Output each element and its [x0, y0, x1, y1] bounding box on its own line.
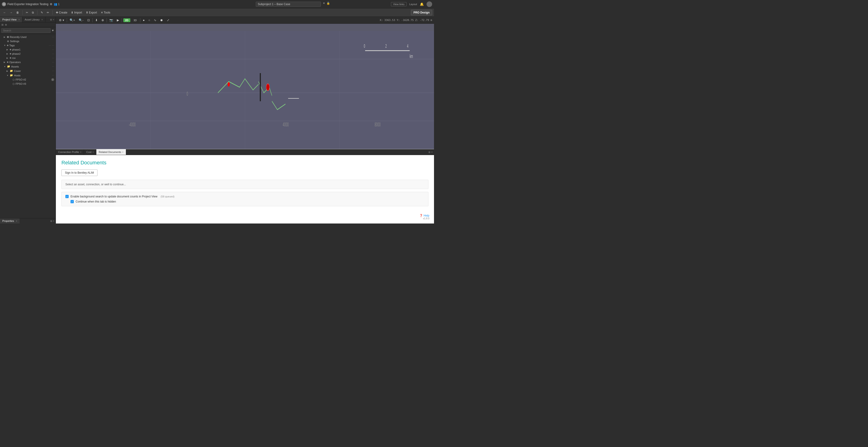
- tab-cost[interactable]: Cost ×: [84, 149, 96, 155]
- tab-related-documents-close[interactable]: ×: [122, 151, 124, 153]
- forward-button[interactable]: →: [8, 10, 14, 15]
- pro-design-button[interactable]: PRO Design: [411, 10, 432, 16]
- rov-more[interactable]: ⋯: [52, 57, 54, 59]
- vp-circle-outline-button[interactable]: ○: [147, 18, 152, 23]
- tree-item-hosts[interactable]: ▼ 📁 Hosts ⋯: [0, 73, 56, 78]
- tools-button[interactable]: ✕ Tools: [99, 10, 112, 15]
- vp-circle-button[interactable]: ●: [142, 18, 146, 23]
- toolbar-divider-3: [52, 10, 53, 15]
- options-box: Enable background search to update docum…: [61, 192, 428, 206]
- svg-text:4000: 4000: [283, 122, 289, 128]
- tab-project-view-close[interactable]: ×: [19, 19, 20, 21]
- tools-icon[interactable]: ✕: [323, 2, 325, 7]
- prop-icon-2[interactable]: ×: [53, 220, 54, 222]
- tab-connection-profile-close[interactable]: ×: [80, 151, 82, 153]
- vp-wave-button[interactable]: ∿: [153, 18, 158, 23]
- vp-expand-button[interactable]: ⤢: [166, 18, 170, 23]
- assets-more[interactable]: ⋯: [52, 65, 54, 68]
- vp-camera-button[interactable]: 📷: [108, 18, 114, 23]
- tree-item-fpso2[interactable]: ⬡ FPSO #2 2: [0, 78, 56, 82]
- settings-icon[interactable]: ⚙: [50, 3, 52, 6]
- tab-related-documents[interactable]: Related Documents ×: [96, 149, 126, 155]
- layout-button[interactable]: Layout: [409, 3, 417, 6]
- tags-expand-icon[interactable]: ⋯: [49, 44, 51, 47]
- copy-button[interactable]: ⧉: [30, 10, 35, 15]
- team-icon[interactable]: 👥 1: [54, 3, 60, 6]
- hosts-label: Hosts: [14, 74, 21, 77]
- import-button[interactable]: ⬇ Import: [69, 10, 83, 15]
- vp-zoom-out-button[interactable]: 🔍-: [78, 18, 85, 23]
- icon-b[interactable]: ⊕: [5, 23, 7, 26]
- tree-item-cover[interactable]: ▶ 📁 Cover ⋯: [0, 69, 56, 73]
- tree-item-fpso3[interactable]: ⬡ FPSO #3: [0, 82, 56, 86]
- vp-fit-button[interactable]: ⊡: [86, 18, 91, 23]
- delete-button[interactable]: 🗑: [15, 10, 21, 15]
- bottom-close-icon[interactable]: ×: [431, 151, 433, 153]
- vp-zoom-in-button[interactable]: 🔍+: [68, 18, 76, 23]
- lock-icon[interactable]: 🔒: [327, 2, 330, 7]
- tree-item-assets[interactable]: ▼ 📁 Assets ⋯: [0, 64, 56, 69]
- operators-more[interactable]: ⋯: [52, 61, 54, 64]
- edit-button-2[interactable]: ✏: [45, 10, 51, 15]
- panel-icon-1[interactable]: ⊞: [50, 19, 52, 21]
- user-avatar[interactable]: [427, 1, 432, 7]
- svg-text:8000: 8000: [375, 122, 381, 128]
- hosts-more[interactable]: ⋯: [52, 74, 54, 77]
- vp-settings-button[interactable]: ⚙ ▾: [58, 18, 65, 23]
- icon-row: ⊞ ⊕: [0, 23, 56, 27]
- search-filter-button[interactable]: ▼: [52, 29, 54, 32]
- vp-play-button[interactable]: ▶: [116, 18, 120, 23]
- cut-button[interactable]: ✂: [25, 10, 30, 15]
- icon-a[interactable]: ⊞: [1, 23, 3, 26]
- tab-asset-library[interactable]: Asset Library ×: [22, 17, 45, 22]
- view-links-button[interactable]: View links: [391, 2, 407, 6]
- svg-text:-4000: -4000: [129, 122, 136, 128]
- version-text: v1.8.0: [419, 217, 429, 220]
- operators-label: Operators: [9, 61, 21, 64]
- search-input[interactable]: [1, 28, 51, 33]
- tree-item-phase2[interactable]: ▶ phase2 ⋯: [0, 52, 56, 56]
- tags-more-icon[interactable]: ⋯: [52, 44, 54, 47]
- create-button[interactable]: ✚ Create: [55, 10, 69, 15]
- phase1-more[interactable]: ⋯: [52, 49, 54, 51]
- tab-asset-library-close[interactable]: ×: [41, 19, 43, 21]
- edit-button-1[interactable]: ✎: [39, 10, 44, 15]
- vp-layers-button[interactable]: ⊕: [100, 18, 105, 23]
- vp-3d-button[interactable]: 3D: [132, 19, 139, 22]
- toolbar-divider-1: [22, 10, 23, 15]
- tree-item-recently-used[interactable]: ▶ Recently Used ⋯: [0, 35, 56, 39]
- subproject-select[interactable]: Subproject 1 – Base Case: [256, 2, 321, 7]
- prop-icon-1[interactable]: ⊞: [50, 220, 52, 222]
- tab-project-view[interactable]: Project View ×: [0, 17, 22, 22]
- vp-2d-button[interactable]: 2D: [123, 19, 130, 22]
- rov-label: rov: [12, 57, 16, 59]
- fpso2-icon: ⬡: [12, 79, 15, 81]
- viewport-container: Viewport × ⊞ × ⚙ ▾ 🔍+ 🔍- ⊡ ⬇ ⊕ 📷: [56, 17, 434, 149]
- cover-more[interactable]: ⋯: [52, 69, 54, 72]
- export-button[interactable]: ⬆ Export: [85, 10, 98, 15]
- tree-item-operators[interactable]: ▶ Operators ⋯: [0, 60, 56, 64]
- vp-record-button[interactable]: ⏺: [159, 18, 164, 23]
- tab-cost-close[interactable]: ×: [92, 151, 94, 153]
- viewport-canvas[interactable]: 0 -4000 4000 8000 0 2 4 km: [56, 31, 434, 149]
- help-link[interactable]: ❓ Help: [419, 214, 429, 217]
- tags-options[interactable]: ⋯ ⋯: [49, 44, 54, 47]
- tree-item-tags[interactable]: ▼ Tags ⋯ ⋯: [0, 43, 56, 48]
- phase2-more[interactable]: ⋯: [52, 53, 54, 55]
- tree-item-settings[interactable]: ⚙ Settings: [0, 39, 56, 43]
- bell-icon[interactable]: 🔔: [420, 2, 424, 6]
- tree-item-phase1[interactable]: ▶ phase1 ⋯: [0, 48, 56, 52]
- tab-properties-close[interactable]: ×: [16, 220, 17, 222]
- tab-connection-profile[interactable]: Connection Profile ×: [56, 149, 84, 155]
- viewport-toolbar: ⚙ ▾ 🔍+ 🔍- ⊡ ⬇ ⊕ 📷 ▶ 2D 3D ● ○ ∿ ⏺ ⤢: [56, 17, 434, 24]
- enable-bg-search-checkbox[interactable]: [65, 195, 69, 198]
- back-button[interactable]: ←: [2, 10, 7, 15]
- panel-icon-2[interactable]: ×: [53, 19, 54, 21]
- tree-item-rov[interactable]: ▶ rov ⋯: [0, 56, 56, 60]
- recently-used-expand[interactable]: ⋯: [52, 36, 54, 38]
- vp-down-button[interactable]: ⬇: [94, 18, 99, 23]
- tab-properties[interactable]: Properties ×: [0, 218, 20, 224]
- bottom-expand-icon[interactable]: ⊞: [428, 151, 430, 153]
- sign-in-button[interactable]: Sign In to Bentley ALIM: [61, 170, 97, 176]
- continue-hidden-checkbox[interactable]: [70, 200, 74, 203]
